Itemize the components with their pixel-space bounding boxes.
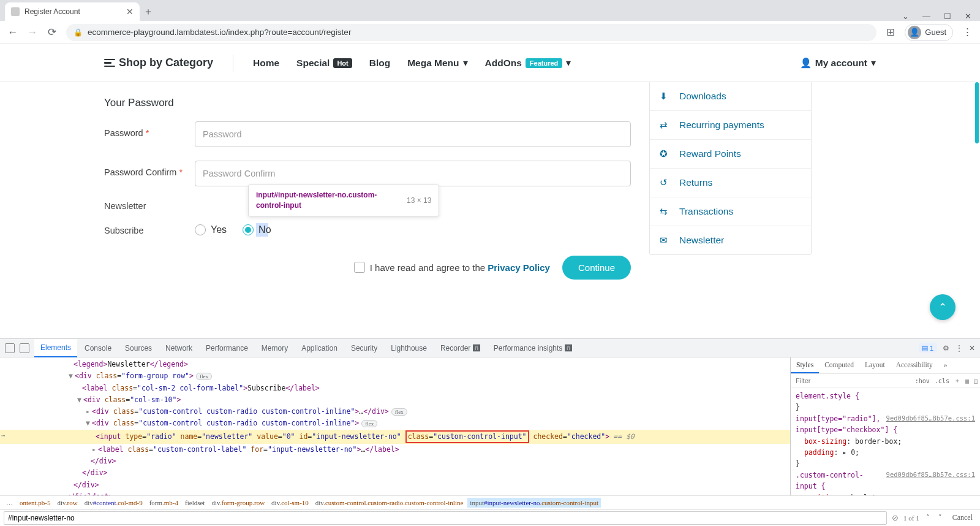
inspect-element-icon[interactable] <box>5 343 15 353</box>
devtools-tab-recorder[interactable]: Recorder 🅰 <box>434 340 486 357</box>
devtools-tabs: Elements Console Sources Network Perform… <box>0 339 980 357</box>
password-confirm-row: Password Confirm * <box>104 161 631 186</box>
vertical-scrollbar[interactable] <box>973 82 980 338</box>
cls-toggle[interactable]: .cls <box>932 378 952 384</box>
computed-styles-icon[interactable]: ▥ <box>963 378 971 384</box>
devtools-tab-security[interactable]: Security <box>345 340 383 357</box>
hov-toggle[interactable]: :hov <box>913 378 932 384</box>
continue-button[interactable]: Continue <box>562 256 631 280</box>
nav-my-account[interactable]: 👤 My account ▾ <box>800 58 876 69</box>
nav-blog[interactable]: Blog <box>369 58 390 69</box>
shop-by-category-label: Shop by Category <box>119 56 213 69</box>
devtools-tab-perfinsights[interactable]: Performance insights 🅰 <box>488 340 578 357</box>
chrome-menu-icon[interactable]: ⋮ <box>962 26 973 39</box>
scroll-to-top-button[interactable]: ⌃ <box>930 294 956 320</box>
password-input[interactable] <box>195 121 631 147</box>
password-confirm-input[interactable] <box>195 161 631 186</box>
nav-back-icon[interactable]: ← <box>7 26 18 39</box>
window-controls: ⌄ — ☐ ✕ <box>894 12 980 21</box>
highlighted-attribute: class="custom-control-input" <box>405 430 529 443</box>
styles-tab-layout[interactable]: Layout <box>859 357 891 373</box>
scroll-thumb[interactable] <box>975 82 979 143</box>
sidebar-item-newsletter[interactable]: ✉ Newsletter <box>650 226 811 254</box>
device-toggle-icon[interactable] <box>20 343 29 353</box>
user-icon: 👤 <box>800 58 812 69</box>
new-tab-button[interactable]: ＋ <box>140 2 157 21</box>
sidebar-item-transactions[interactable]: ⇆ Transactions <box>650 197 811 226</box>
nav-special[interactable]: Special Hot <box>296 58 352 69</box>
window-minimize-icon[interactable]: — <box>922 12 930 21</box>
search-prev-icon[interactable]: ˄ <box>924 514 932 522</box>
search-cancel[interactable]: Cancel <box>949 513 976 522</box>
breadcrumb-active[interactable]: input#input-newsletter-no.custom-control… <box>467 498 601 508</box>
sidebar-item-label: Transactions <box>679 206 733 217</box>
sidebar-item-label: Reward Points <box>679 148 741 159</box>
search-clear-icon[interactable]: ⊘ <box>892 513 899 523</box>
sidebar-item-label: Downloads <box>679 91 726 102</box>
search-next-icon[interactable]: ˅ <box>937 514 944 522</box>
nav-mega-menu[interactable]: Mega Menu ▾ <box>407 58 467 69</box>
devtools-search-input[interactable] <box>4 511 887 525</box>
sidebar-item-recurring[interactable]: ⇄ Recurring payments <box>650 111 811 140</box>
chevron-down-icon: ▾ <box>871 58 876 69</box>
devtools-tab-console[interactable]: Console <box>78 340 118 357</box>
styles-panel: Styles Computed Layout Accessibility » :… <box>790 357 980 495</box>
subscribe-yes[interactable]: Yes <box>195 224 227 235</box>
hot-badge: Hot <box>333 58 352 68</box>
subscribe-no[interactable]: No <box>243 224 271 235</box>
page-content: Your Password Password * Password Confir… <box>0 82 980 338</box>
profile-chip[interactable]: 👤 Guest <box>905 24 953 41</box>
url-input[interactable]: 🔒 ecommerce-playground.lambdatest.io/ind… <box>66 24 876 41</box>
devtools-tab-elements[interactable]: Elements <box>34 339 77 357</box>
nav-home[interactable]: Home <box>253 58 279 69</box>
avatar-icon: 👤 <box>908 26 921 39</box>
window-maximize-icon[interactable]: ☐ <box>944 12 951 21</box>
devtools-panel: Elements Console Sources Network Perform… <box>0 338 980 526</box>
window-close-icon[interactable]: ✕ <box>965 12 971 21</box>
nav-forward-icon[interactable]: → <box>27 26 38 39</box>
browser-tab[interactable]: Register Account ✕ <box>5 2 140 21</box>
devtools-tab-performance[interactable]: Performance <box>200 340 254 357</box>
new-rule-icon[interactable]: ＋ <box>952 376 963 385</box>
devtools-issue-badge[interactable]: ▤ 1 <box>919 343 937 353</box>
styles-sidebar-icon[interactable]: ◫ <box>971 378 980 384</box>
recurring-icon: ⇄ <box>660 120 671 131</box>
css-rules[interactable]: element.style { } input[type="radio"],9e… <box>791 388 980 495</box>
search-count: 1 of 1 <box>903 514 919 522</box>
nav-addons[interactable]: AddOns Featured ▾ <box>485 58 571 69</box>
agree-text: I have read and agree to the Privacy Pol… <box>354 262 550 273</box>
sidebar-item-label: Recurring payments <box>679 120 764 131</box>
devtools-menu-icon[interactable]: ⋮ <box>956 344 963 353</box>
devtools-tab-application[interactable]: Application <box>295 340 344 357</box>
elements-tree[interactable]: <legend>Newsletter</legend> ▼<div class=… <box>0 357 790 495</box>
highlighted-element-line[interactable]: ⋯<input type="radio" name="newsletter" v… <box>0 430 790 444</box>
styles-tabs: Styles Computed Layout Accessibility » <box>791 357 980 374</box>
devtools-tab-network[interactable]: Network <box>159 340 198 357</box>
nav-blog-label: Blog <box>369 58 390 69</box>
devtools-close-icon[interactable]: ✕ <box>969 344 975 353</box>
agree-label: I have read and agree to the <box>370 262 485 273</box>
sidebar-item-returns[interactable]: ↺ Returns <box>650 169 811 197</box>
chevron-up-icon: ⌃ <box>938 301 947 314</box>
devtools-tab-lighthouse[interactable]: Lighthouse <box>385 340 433 357</box>
shop-by-category[interactable]: Shop by Category <box>104 56 213 69</box>
nav-reload-icon[interactable]: ⟳ <box>47 26 58 39</box>
styles-tab-accessibility[interactable]: Accessibility <box>891 357 938 373</box>
sidebar-item-downloads[interactable]: ⬇ Downloads <box>650 82 811 111</box>
styles-tab-computed[interactable]: Computed <box>819 357 859 373</box>
agree-checkbox[interactable] <box>354 262 365 273</box>
tooltip-dimensions: 13 × 13 <box>407 196 431 205</box>
tab-close-icon[interactable]: ✕ <box>126 7 134 17</box>
tabs-dropdown-icon[interactable]: ⌄ <box>902 12 909 21</box>
elements-breadcrumb[interactable]: … ontent.pb-5 div.row div#content.col-md… <box>0 495 980 509</box>
devtools-settings-icon[interactable]: ⚙ <box>943 344 949 353</box>
styles-filter-input[interactable] <box>791 374 913 387</box>
sidebar-item-reward[interactable]: ✪ Reward Points <box>650 140 811 169</box>
styles-tab-styles[interactable]: Styles <box>791 357 819 373</box>
privacy-policy-link[interactable]: Privacy Policy <box>488 262 550 273</box>
install-icon[interactable]: ⊞ <box>885 26 896 39</box>
url-text: ecommerce-playground.lambdatest.io/index… <box>88 28 351 37</box>
devtools-tab-sources[interactable]: Sources <box>119 340 158 357</box>
styles-tabs-more-icon[interactable]: » <box>938 357 953 373</box>
devtools-tab-memory[interactable]: Memory <box>255 340 294 357</box>
